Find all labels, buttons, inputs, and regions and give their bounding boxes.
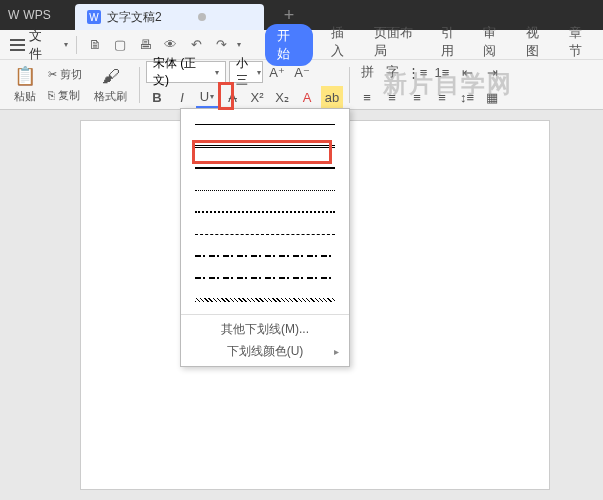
underline-dashed[interactable]: [181, 223, 349, 245]
wps-logo-icon: W: [8, 8, 19, 22]
tab-insert[interactable]: 插入: [331, 24, 356, 66]
qat-more-icon[interactable]: ▾: [237, 40, 241, 49]
shading-icon[interactable]: ▦: [481, 86, 503, 108]
align-right-icon[interactable]: ≡: [406, 86, 428, 108]
underline-button[interactable]: U▾: [196, 86, 218, 108]
print-icon[interactable]: 🖶: [135, 34, 156, 56]
underline-single[interactable]: [181, 113, 349, 135]
format-painter-button[interactable]: 🖌 格式刷: [88, 64, 133, 106]
copy-button[interactable]: ⎘复制: [44, 86, 86, 105]
bold-button[interactable]: B: [146, 86, 168, 108]
indent-right-icon[interactable]: ⇥: [481, 61, 503, 83]
tab-indicator-icon: [198, 13, 206, 21]
ribbon-toolbar: 📋 粘贴 ✂剪切 ⎘复制 🖌 格式刷 宋体 (正文)▾ 小三▾ A⁺ A⁻ B …: [0, 60, 603, 110]
chevron-down-icon: ▾: [215, 68, 219, 77]
underline-dotted-thick[interactable]: [181, 201, 349, 223]
format-painter-icon: 🖌: [102, 66, 120, 87]
chevron-right-icon: ▸: [334, 346, 339, 357]
copy-icon: ⎘: [48, 89, 55, 101]
underline-color-item[interactable]: 下划线颜色(U)▸: [181, 340, 349, 362]
divider: [181, 314, 349, 315]
font-name-select[interactable]: 宋体 (正文)▾: [146, 61, 226, 83]
paste-icon: 📋: [14, 65, 36, 87]
decrease-font-icon[interactable]: A⁻: [291, 61, 313, 83]
preview-icon[interactable]: 👁: [160, 34, 181, 56]
align-left-icon[interactable]: ≡: [356, 86, 378, 108]
tab-layout[interactable]: 页面布局: [374, 24, 423, 66]
font-size-select[interactable]: 小三▾: [229, 61, 263, 83]
hamburger-icon[interactable]: [10, 39, 25, 51]
increase-font-icon[interactable]: A⁺: [266, 61, 288, 83]
separator: [76, 36, 77, 54]
annotation-highlight: [218, 82, 234, 110]
font-color-button[interactable]: A: [296, 86, 318, 108]
separator: [349, 67, 350, 103]
line-spacing-icon[interactable]: ↕≡: [456, 86, 478, 108]
char-border-icon[interactable]: 字: [381, 61, 403, 83]
tab-references[interactable]: 引用: [441, 24, 466, 66]
paste-button[interactable]: 📋 粘贴: [8, 63, 42, 106]
tab-chapter[interactable]: 章节: [569, 24, 594, 66]
highlight-button[interactable]: ab: [321, 86, 343, 108]
align-center-icon[interactable]: ≡: [381, 86, 403, 108]
new-icon[interactable]: ▢: [110, 34, 131, 56]
italic-button[interactable]: I: [171, 86, 193, 108]
home-tab[interactable]: W WPS: [0, 0, 75, 30]
underline-dotted[interactable]: [181, 179, 349, 201]
underline-dashdot[interactable]: [181, 245, 349, 267]
annotation-highlight: [192, 140, 332, 164]
tab-review[interactable]: 审阅: [483, 24, 508, 66]
format-painter-label: 格式刷: [94, 89, 127, 104]
underline-dashdotdot[interactable]: [181, 267, 349, 289]
document-tab[interactable]: W 文字文稿2: [75, 4, 264, 30]
doc-tab-label: 文字文稿2: [107, 9, 162, 26]
subscript-button[interactable]: X₂: [271, 86, 293, 108]
numbering-icon[interactable]: 1≡: [431, 61, 453, 83]
paste-label: 粘贴: [14, 89, 36, 104]
doc-icon: W: [87, 10, 101, 24]
cut-icon: ✂: [48, 68, 57, 81]
file-menu[interactable]: 文件: [29, 27, 54, 63]
underline-wave[interactable]: [181, 289, 349, 311]
phonetic-icon[interactable]: 拼: [356, 61, 378, 83]
more-underlines-item[interactable]: 其他下划线(M)...: [181, 318, 349, 340]
indent-left-icon[interactable]: ⇤: [456, 61, 478, 83]
superscript-button[interactable]: X²: [246, 86, 268, 108]
chevron-down-icon: ▾: [210, 92, 214, 101]
tab-start[interactable]: 开始: [265, 24, 314, 66]
chevron-down-icon[interactable]: ▾: [64, 40, 68, 49]
add-tab-button[interactable]: +: [284, 5, 295, 26]
chevron-down-icon: ▾: [257, 68, 261, 77]
separator: [139, 67, 140, 103]
align-justify-icon[interactable]: ≡: [431, 86, 453, 108]
tab-view[interactable]: 视图: [526, 24, 551, 66]
app-name: WPS: [23, 8, 50, 22]
cut-button[interactable]: ✂剪切: [44, 65, 86, 84]
redo-icon[interactable]: ↷: [211, 34, 232, 56]
save-icon[interactable]: 🗎: [85, 34, 106, 56]
menu-bar: 文件 ▾ 🗎 ▢ 🖶 👁 ↶ ↷ ▾ 开始 插入 页面布局 引用 审阅 视图 章…: [0, 30, 603, 60]
ribbon-tabs: 开始 插入 页面布局 引用 审阅 视图 章节: [265, 24, 593, 66]
undo-icon[interactable]: ↶: [185, 34, 206, 56]
bullets-icon[interactable]: ⋮≡: [406, 61, 428, 83]
